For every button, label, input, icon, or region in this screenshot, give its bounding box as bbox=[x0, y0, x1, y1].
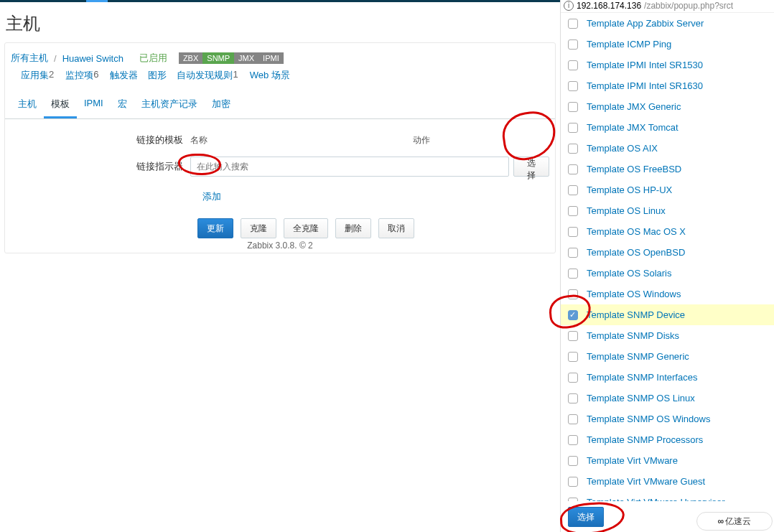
col-name: 名称 bbox=[190, 134, 208, 146]
template-link[interactable]: Template SNMP Generic bbox=[587, 351, 689, 362]
watermark-logo: ∞亿速云 bbox=[696, 512, 773, 531]
update-button[interactable]: 更新 bbox=[197, 218, 233, 238]
header-link[interactable]: 触发器 bbox=[110, 69, 138, 82]
template-link[interactable]: Template OS OpenBSD bbox=[587, 247, 685, 258]
badge-snmp: SNMP bbox=[202, 52, 234, 64]
template-checkbox[interactable] bbox=[568, 81, 578, 91]
template-link[interactable]: Template Virt VMware Guest bbox=[587, 476, 705, 487]
tab-2[interactable]: IPMI bbox=[77, 90, 111, 118]
template-link[interactable]: Template OS AIX bbox=[587, 143, 658, 154]
host-config-card: 所有主机 / Huawei Switch 已启用 ZBX SNMP JMX IP… bbox=[4, 42, 556, 253]
template-link[interactable]: Template ICMP Ping bbox=[587, 39, 671, 50]
template-picker-popup: i 192.168.174.136/zabbix/popup.php?srct … bbox=[560, 0, 774, 532]
url-host: 192.168.174.136 bbox=[577, 1, 641, 11]
template-link[interactable]: Template OS Mac OS X bbox=[587, 226, 686, 237]
template-link[interactable]: Template OS FreeBSD bbox=[587, 164, 681, 174]
template-row: Template ICMP Ping bbox=[561, 34, 774, 55]
template-link[interactable]: Template SNMP Interfaces bbox=[587, 372, 697, 383]
template-link[interactable]: Template SNMP Disks bbox=[587, 330, 679, 341]
breadcrumb-host[interactable]: Huawei Switch bbox=[62, 53, 123, 64]
template-link[interactable]: Template SNMP OS Linux bbox=[587, 393, 695, 403]
template-link[interactable]: Template OS HP-UX bbox=[587, 185, 672, 195]
template-checkbox[interactable] bbox=[568, 456, 578, 466]
template-checkbox[interactable] bbox=[568, 331, 578, 341]
linked-templates-label: 链接的模板 bbox=[11, 134, 190, 146]
tab-1[interactable]: 模板 bbox=[44, 90, 77, 118]
template-checkbox[interactable] bbox=[568, 123, 578, 133]
template-row: Template Virt VMware Guest bbox=[561, 471, 774, 492]
template-link[interactable]: Template Virt VMware bbox=[587, 455, 678, 466]
badge-jmx: JMX bbox=[234, 52, 258, 64]
full-clone-button[interactable]: 全克隆 bbox=[284, 218, 328, 238]
template-link[interactable]: Template Virt VMware Hypervisor bbox=[587, 497, 725, 501]
template-checkbox[interactable] bbox=[568, 185, 578, 195]
template-checkbox[interactable] bbox=[568, 19, 578, 29]
cancel-button[interactable]: 取消 bbox=[378, 218, 414, 238]
header-link[interactable]: 图形 bbox=[148, 69, 167, 82]
template-row: Template OS Linux bbox=[561, 200, 774, 221]
template-link[interactable]: Template App Zabbix Server bbox=[587, 18, 704, 29]
template-row: Template SNMP Processors bbox=[561, 429, 774, 450]
template-checkbox[interactable] bbox=[568, 310, 578, 320]
header-link[interactable]: Web 场景 bbox=[250, 69, 290, 82]
breadcrumb-all-hosts[interactable]: 所有主机 bbox=[11, 52, 48, 65]
template-checkbox[interactable] bbox=[568, 227, 578, 237]
header-link[interactable]: 应用集 bbox=[21, 69, 49, 82]
template-checkbox[interactable] bbox=[568, 144, 578, 154]
badge-ipmi: IPMI bbox=[258, 52, 284, 64]
col-action: 动作 bbox=[413, 134, 430, 146]
badge-zbx: ZBX bbox=[179, 52, 202, 64]
template-checkbox[interactable] bbox=[568, 373, 578, 383]
template-list: Template App Zabbix ServerTemplate ICMP … bbox=[561, 13, 774, 501]
footer-text: Zabbix 3.0.8. © 2 bbox=[0, 236, 560, 255]
template-link[interactable]: Template SNMP Device bbox=[587, 309, 685, 320]
template-checkbox[interactable] bbox=[568, 435, 578, 445]
form-buttons: 更新 克隆 全克隆 删除 取消 bbox=[197, 218, 549, 238]
template-checkbox[interactable] bbox=[568, 269, 578, 279]
template-checkbox[interactable] bbox=[568, 248, 578, 258]
popup-address-bar: i 192.168.174.136/zabbix/popup.php?srct bbox=[561, 0, 774, 13]
template-row: Template OS Windows bbox=[561, 284, 774, 304]
template-checkbox[interactable] bbox=[568, 39, 578, 50]
template-row: Template OS HP-UX bbox=[561, 179, 774, 200]
template-link[interactable]: Template SNMP Processors bbox=[587, 434, 703, 445]
template-checkbox[interactable] bbox=[568, 393, 578, 403]
template-checkbox[interactable] bbox=[568, 477, 578, 487]
template-link[interactable]: Template JMX Generic bbox=[587, 101, 681, 112]
template-checkbox[interactable] bbox=[568, 60, 578, 70]
header-link[interactable]: 监控项 bbox=[65, 69, 93, 82]
template-checkbox[interactable] bbox=[568, 498, 578, 502]
tab-5[interactable]: 加密 bbox=[205, 90, 238, 118]
popup-select-button[interactable]: 选择 bbox=[568, 507, 604, 527]
template-link[interactable]: Template OS Windows bbox=[587, 289, 681, 299]
template-link[interactable]: Template IPMI Intel SR1530 bbox=[587, 60, 703, 70]
select-template-button[interactable]: 选择 bbox=[513, 157, 549, 177]
template-row: Template OS AIX bbox=[561, 138, 774, 159]
template-checkbox[interactable] bbox=[568, 352, 578, 362]
clone-button[interactable]: 克隆 bbox=[241, 218, 276, 238]
tab-3[interactable]: 宏 bbox=[111, 90, 134, 118]
url-path: /zabbix/popup.php?srct bbox=[644, 1, 733, 11]
template-row: Template Virt VMware bbox=[561, 450, 774, 471]
add-link[interactable]: 添加 bbox=[197, 187, 226, 207]
template-search-input[interactable] bbox=[190, 157, 509, 177]
template-link[interactable]: Template OS Solaris bbox=[587, 268, 672, 279]
info-icon: i bbox=[564, 1, 574, 11]
template-checkbox[interactable] bbox=[568, 164, 578, 174]
header-link[interactable]: 自动发现规则 bbox=[177, 69, 233, 82]
availability-badges: ZBX SNMP JMX IPMI bbox=[179, 52, 284, 64]
template-checkbox[interactable] bbox=[568, 289, 578, 299]
template-checkbox[interactable] bbox=[568, 102, 578, 112]
template-link[interactable]: Template JMX Tomcat bbox=[587, 122, 679, 133]
breadcrumb-bar: 所有主机 / Huawei Switch 已启用 ZBX SNMP JMX IP… bbox=[5, 43, 555, 88]
delete-button[interactable]: 删除 bbox=[335, 218, 371, 238]
tab-4[interactable]: 主机资产记录 bbox=[134, 90, 205, 118]
status-enabled: 已启用 bbox=[139, 52, 167, 65]
template-link[interactable]: Template IPMI Intel SR1630 bbox=[587, 80, 703, 91]
template-checkbox[interactable] bbox=[568, 206, 578, 216]
template-link[interactable]: Template OS Linux bbox=[587, 205, 666, 216]
template-checkbox[interactable] bbox=[568, 414, 578, 424]
tab-0[interactable]: 主机 bbox=[11, 90, 44, 118]
template-link[interactable]: Template SNMP OS Windows bbox=[587, 414, 710, 424]
tabs: 主机模板IPMI宏主机资产记录加密 bbox=[5, 90, 555, 119]
